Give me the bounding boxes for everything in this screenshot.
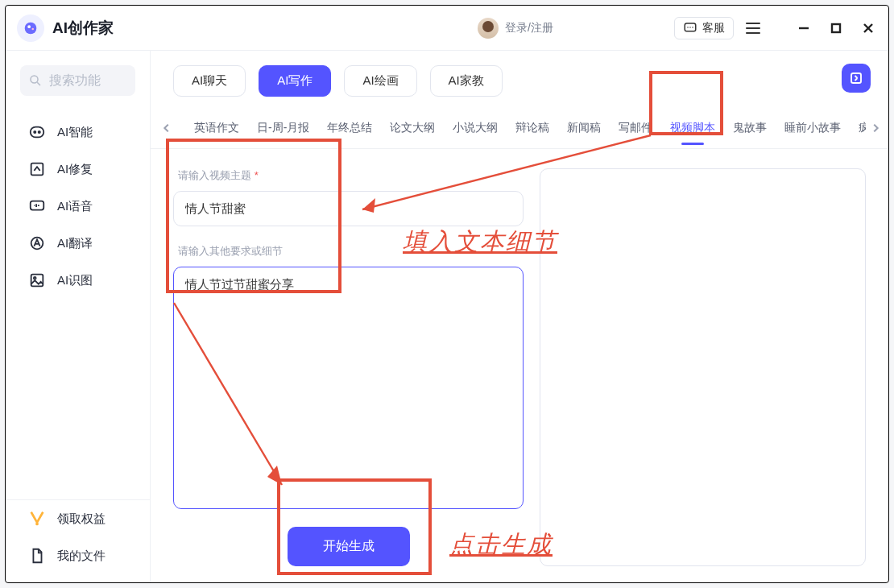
translate-icon: [28, 234, 46, 252]
app-logo: [17, 14, 44, 42]
svg-point-2: [31, 27, 34, 30]
repair-icon: [28, 160, 46, 178]
svg-point-15: [39, 131, 40, 133]
svg-point-20: [34, 277, 36, 280]
close-button[interactable]: [859, 19, 877, 37]
subtab-item[interactable]: 鬼故事: [733, 111, 767, 145]
file-icon: [28, 547, 46, 565]
sidebar-item-label: AI翻译: [57, 236, 93, 251]
sidebar-rewards-label: 领取权益: [57, 511, 106, 527]
subtab-item[interactable]: 新闻稿: [567, 111, 601, 145]
support-button[interactable]: 客服: [674, 17, 734, 39]
svg-rect-16: [31, 164, 43, 176]
subtab-item[interactable]: 论文大纲: [390, 111, 435, 145]
tab-write[interactable]: AI写作: [259, 65, 331, 97]
search-input[interactable]: 搜索功能: [20, 65, 135, 96]
svg-point-5: [689, 27, 691, 28]
support-label: 客服: [702, 21, 725, 35]
sidebar-item-label: AI识图: [57, 273, 93, 288]
subtab-item[interactable]: 写邮件: [619, 111, 652, 145]
login-link[interactable]: 登录/注册: [505, 21, 553, 35]
avatar[interactable]: [478, 18, 499, 39]
svg-point-4: [687, 27, 689, 28]
svg-point-21: [35, 523, 39, 526]
expand-button[interactable]: [842, 64, 871, 93]
sidebar-files-label: 我的文件: [57, 549, 106, 564]
sidebar-item-label: AI智能: [57, 125, 93, 140]
subtab-item[interactable]: 小说大纲: [453, 111, 498, 145]
subtab-prev[interactable]: [157, 118, 176, 138]
svg-rect-13: [31, 127, 44, 138]
tab-tutor[interactable]: AI家教: [430, 65, 503, 97]
sidebar-item-label: AI修复: [57, 162, 93, 177]
maximize-button[interactable]: [827, 19, 845, 37]
generate-button[interactable]: 开始生成: [288, 527, 410, 566]
svg-rect-22: [851, 73, 861, 83]
subtab-item[interactable]: 年终总结: [327, 111, 372, 145]
subtab-item[interactable]: 英语作文: [194, 111, 239, 145]
svg-point-0: [25, 22, 37, 34]
svg-point-14: [34, 131, 35, 133]
image-icon: [28, 271, 46, 289]
menu-icon[interactable]: [743, 19, 763, 38]
sidebar-item-ai-translate[interactable]: AI翻译: [6, 225, 150, 262]
subtab-next[interactable]: [866, 118, 885, 138]
detail-label: 请输入其他要求或细节: [178, 244, 524, 259]
search-icon: [28, 73, 43, 88]
sidebar-files[interactable]: 我的文件: [6, 537, 150, 574]
sidebar-item-ai-vision[interactable]: AI识图: [6, 262, 150, 299]
tab-chat[interactable]: AI聊天: [173, 65, 246, 97]
sidebar-item-ai-smart[interactable]: AI智能: [6, 114, 150, 151]
sidebar-item-ai-voice[interactable]: AI语音: [6, 188, 150, 225]
subtab-item[interactable]: 日-周-月报: [257, 111, 309, 145]
voice-icon: [28, 197, 46, 215]
topic-input[interactable]: [173, 191, 524, 226]
subtab-item-active[interactable]: 视频脚本: [670, 111, 715, 145]
chat-icon: [683, 21, 697, 35]
svg-rect-8: [832, 24, 840, 32]
sidebar-item-label: AI语音: [57, 199, 93, 214]
ai-icon: [28, 123, 46, 141]
sidebar-item-ai-repair[interactable]: AI修复: [6, 151, 150, 188]
svg-point-1: [27, 25, 31, 28]
search-placeholder: 搜索功能: [49, 72, 101, 89]
detail-textarea[interactable]: [173, 267, 524, 509]
subtab-item[interactable]: 睡前小故事: [784, 111, 841, 145]
app-title: AI创作家: [52, 18, 114, 39]
reward-icon: [28, 510, 46, 528]
output-panel: [540, 168, 866, 566]
subtab-item[interactable]: 辩论稿: [515, 111, 549, 145]
svg-point-6: [692, 27, 693, 28]
expand-icon: [849, 71, 863, 85]
tab-draw[interactable]: AI绘画: [344, 65, 416, 97]
svg-rect-19: [31, 275, 43, 287]
svg-point-11: [31, 76, 38, 83]
sidebar-rewards[interactable]: 领取权益: [6, 499, 150, 537]
minimize-button[interactable]: [795, 19, 813, 37]
svg-line-12: [37, 82, 40, 85]
topic-label: 请输入视频主题 *: [178, 168, 524, 183]
